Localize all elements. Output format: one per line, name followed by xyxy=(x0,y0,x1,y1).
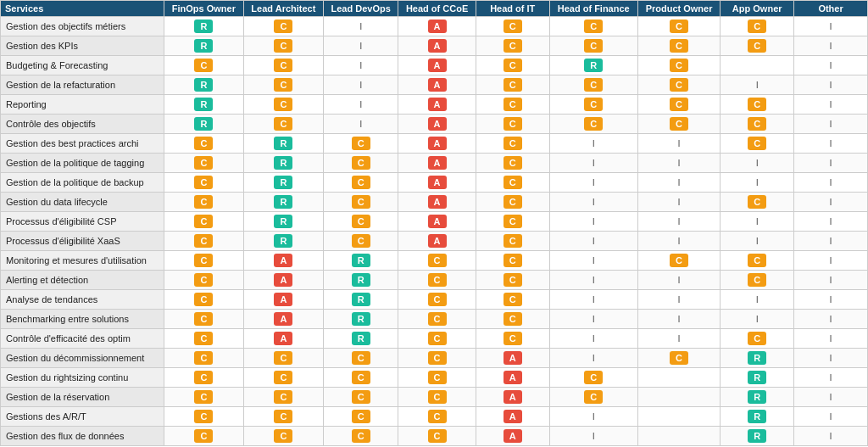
raci-badge-C: C xyxy=(194,410,213,423)
raci-cell: A xyxy=(243,310,323,329)
raci-cell: A xyxy=(476,427,549,446)
raci-cell: I xyxy=(549,349,637,368)
table-body: Gestion des objectifs métiersRCIACCCCIGe… xyxy=(1,17,868,446)
raci-cell: C xyxy=(476,329,549,349)
raci-cell: C xyxy=(476,251,549,271)
raci-badge-C: C xyxy=(670,254,688,267)
raci-badge-C: C xyxy=(504,176,522,189)
raci-badge-C: C xyxy=(352,215,370,228)
raci-cell: I xyxy=(549,427,637,446)
raci-cell: I xyxy=(324,115,398,134)
raci-cell: I xyxy=(794,212,868,232)
raci-badge-C: C xyxy=(352,410,370,423)
raci-badge-C: C xyxy=(352,176,370,189)
raci-cell: C xyxy=(476,232,549,251)
raci-cell: I xyxy=(794,407,868,427)
raci-cell: I xyxy=(549,407,637,427)
raci-cell: C xyxy=(637,251,721,271)
raci-cell: R xyxy=(549,56,637,75)
raci-badge-C: C xyxy=(194,215,213,228)
raci-badge-C: C xyxy=(504,20,522,33)
raci-cell: I xyxy=(549,173,637,193)
raci-cell: C xyxy=(549,75,637,95)
raci-cell: R xyxy=(243,232,323,251)
raci-badge-C: C xyxy=(748,254,766,267)
raci-cell: R xyxy=(721,388,794,407)
raci-cell: C xyxy=(721,193,794,212)
raci-cell: I xyxy=(794,134,868,154)
table-row: Gestion du décommissionnementCCCCAICRI xyxy=(1,349,868,368)
raci-badge-C: C xyxy=(504,215,522,228)
raci-cell: A xyxy=(476,349,549,368)
raci-badge-A: A xyxy=(428,156,447,170)
table-row: Gestion des objectifs métiersRCIACCCCI xyxy=(1,17,868,36)
table-row: Alerting et détectionCARCCIICI xyxy=(1,271,868,290)
raci-cell: A xyxy=(398,173,476,193)
raci-badge-C: C xyxy=(584,39,603,53)
raci-cell: C xyxy=(398,407,476,427)
raci-cell: A xyxy=(398,95,476,115)
raci-badge-C: C xyxy=(748,195,766,209)
raci-cell: A xyxy=(398,193,476,212)
raci-cell xyxy=(637,388,721,407)
raci-cell: A xyxy=(398,212,476,232)
raci-cell: R xyxy=(243,212,323,232)
service-cell: Budgeting & Forecasting xyxy=(1,56,164,75)
table-row: Monitoring et mesures d'utilisationCARCC… xyxy=(1,251,868,271)
raci-badge-A: A xyxy=(274,332,292,345)
raci-cell: I xyxy=(549,251,637,271)
raci-badge-R: R xyxy=(274,176,292,189)
raci-cell: C xyxy=(476,134,549,154)
raci-cell: I xyxy=(549,310,637,329)
raci-cell xyxy=(637,407,721,427)
raci-cell: I xyxy=(721,154,794,173)
raci-cell: A xyxy=(476,388,549,407)
table-row: Gestion des flux de donnéesCCCCAIRI xyxy=(1,427,868,446)
raci-badge-C: C xyxy=(352,371,370,384)
raci-cell: I xyxy=(637,154,721,173)
raci-badge-C: C xyxy=(428,293,447,306)
raci-badge-A: A xyxy=(428,195,447,209)
raci-cell: C xyxy=(398,271,476,290)
raci-cell: A xyxy=(243,271,323,290)
raci-badge-C: C xyxy=(352,429,370,443)
raci-badge-C: C xyxy=(274,78,292,92)
raci-badge-C: C xyxy=(504,59,522,72)
raci-cell: C xyxy=(721,115,794,134)
raci-cell: A xyxy=(398,134,476,154)
raci-cell: I xyxy=(721,75,794,95)
raci-badge-R: R xyxy=(194,117,213,131)
raci-badge-R: R xyxy=(748,390,766,404)
raci-badge-A: A xyxy=(428,176,447,189)
raci-badge-C: C xyxy=(352,351,370,365)
raci-cell: C xyxy=(164,368,244,388)
raci-cell: C xyxy=(398,310,476,329)
raci-cell: R xyxy=(243,154,323,173)
raci-cell: C xyxy=(164,310,244,329)
raci-cell: C xyxy=(164,134,244,154)
raci-badge-C: C xyxy=(670,351,688,365)
table-row: Gestion de la politique de taggingCRCACI… xyxy=(1,154,868,173)
raci-badge-C: C xyxy=(584,117,603,131)
raci-cell: C xyxy=(637,17,721,36)
raci-badge-A: A xyxy=(504,351,522,365)
raci-badge-C: C xyxy=(670,117,688,131)
raci-badge-R: R xyxy=(194,78,213,92)
raci-cell: I xyxy=(549,212,637,232)
raci-badge-C: C xyxy=(428,332,447,345)
raci-cell: C xyxy=(164,251,244,271)
service-cell: Gestion de la politique de backup xyxy=(1,173,164,193)
col-header-services: Services xyxy=(1,1,164,17)
raci-cell: A xyxy=(476,368,549,388)
raci-cell: C xyxy=(243,56,323,75)
raci-badge-C: C xyxy=(194,293,213,306)
raci-cell: C xyxy=(637,115,721,134)
raci-badge-R: R xyxy=(274,156,292,170)
raci-cell: I xyxy=(794,271,868,290)
raci-cell: I xyxy=(794,388,868,407)
raci-badge-R: R xyxy=(352,273,370,287)
raci-cell: I xyxy=(721,173,794,193)
raci-cell: C xyxy=(476,310,549,329)
raci-cell: C xyxy=(637,56,721,75)
table-row: Gestion de la politique de backupCRCACII… xyxy=(1,173,868,193)
